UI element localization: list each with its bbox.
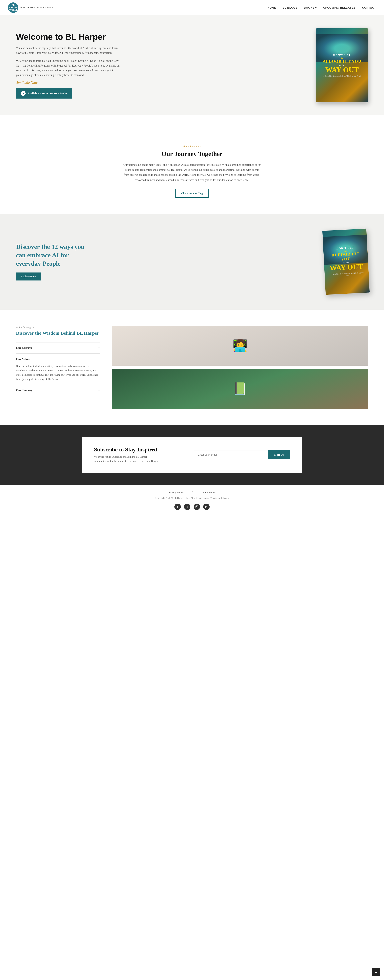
subscribe-description: We invite you to Subscribe and Join the … [94, 455, 158, 463]
logo-area: BLHARPERAUTHOR blharperassociates@gmail.… [8, 2, 53, 13]
hero-title: Welcome to BL Harper [16, 32, 120, 42]
divider-line [192, 131, 192, 143]
book-dont-let: DON'T LET [323, 54, 362, 57]
footer-links: Privacy Policy Cookie Policy [16, 491, 368, 494]
available-label: Available Now [16, 81, 120, 85]
instagram-icon[interactable] [194, 504, 200, 510]
about-description: Our partnership spans many years, and it… [122, 162, 262, 183]
book-title-overlay: DON'T LET the AI DOOR HIT YOU on the WAY… [323, 54, 362, 77]
facebook-icon[interactable]: f [174, 504, 181, 510]
navbar: BLHARPERAUTHOR blharperassociates@gmail.… [0, 0, 384, 15]
amazon-icon: a [21, 91, 25, 96]
person-laptop-icon: 👩‍💻 [233, 339, 248, 353]
hero-text-block: Welcome to BL Harper You can demystify t… [16, 32, 120, 99]
insights-section: Author's Insights Discover the Wisdom Be… [0, 310, 384, 425]
accordion-values-label: Our Values [16, 358, 30, 361]
footer-divider [191, 491, 193, 492]
chevron-down-icon: ▾ [315, 6, 317, 9]
discover-book-overlay: DON'T LET the AI DOOR HIT YOU on the WAY… [326, 245, 366, 278]
cookie-link[interactable]: Cookie Policy [201, 491, 216, 494]
insights-title: Discover the Wisdom Behind BL Harper [16, 331, 100, 336]
insights-left-panel: Author's Insights Discover the Wisdom Be… [16, 326, 100, 396]
accordion-values-header[interactable]: Our Values − [16, 357, 100, 361]
nav-home[interactable]: HOME [268, 6, 276, 9]
nav-blogs[interactable]: BL BLOGS [283, 6, 298, 9]
subscribe-text-block: Subscribe to Stay Inspired We invite you… [94, 446, 158, 463]
svg-point-1 [196, 506, 198, 508]
hero-paragraph-2: We are thrilled to introduce our upcomin… [16, 59, 120, 78]
svg-rect-0 [196, 506, 198, 508]
nav-contact[interactable]: CONTACT [362, 6, 376, 9]
accordion-values[interactable]: Our Values − Our core values include aut… [16, 353, 100, 385]
hero-paragraph-1: You can demystify the mystery that surro… [16, 46, 120, 56]
accordion-journey-label: Our Journey [16, 389, 33, 392]
accordion-mission-icon: + [98, 346, 100, 350]
email-input[interactable] [194, 450, 268, 459]
subscribe-form: Sign Up [194, 450, 290, 459]
blog-button[interactable]: Check out our Blog [175, 189, 209, 198]
accordion-mission-label: Our Mission [16, 346, 32, 350]
accordion-values-icon: − [98, 357, 100, 361]
discover-title: Discover the 12 ways you can embrace AI … [16, 243, 92, 268]
discover-subtitle: 12 Compelling Reasons to Embrace AI for … [327, 271, 366, 278]
insight-image-person: 👩‍💻 [112, 326, 368, 366]
insight-image-book: 📗 [112, 369, 368, 409]
insights-images: 👩‍💻 📗 [112, 326, 368, 409]
nav-email: blharperassociates@gmail.com [21, 6, 53, 9]
hero-section: Welcome to BL Harper You can demystify t… [0, 15, 384, 115]
subscribe-outer: Subscribe to Stay Inspired We invite you… [0, 425, 384, 485]
insights-label: Author's Insights [16, 326, 100, 329]
accordion-mission-header[interactable]: Our Mission + [16, 346, 100, 350]
discover-text-block: Discover the 12 ways you can embrace AI … [16, 243, 92, 280]
logo-icon: BLHARPERAUTHOR [8, 2, 18, 13]
subscribe-box: Subscribe to Stay Inspired We invite you… [82, 437, 302, 473]
nav-links: HOME BL BLOGS BOOKS ▾ UPCOMING RELEASES … [268, 6, 376, 9]
book-ai-door: AI DOOR HIT YOU [323, 59, 362, 64]
signup-button[interactable]: Sign Up [268, 450, 290, 459]
discover-book-cover: DON'T LET the AI DOOR HIT YOU on the WAY… [322, 229, 370, 295]
footer: Privacy Policy Cookie Policy Copyright ©… [0, 485, 384, 516]
book-hands-icon: 📗 [233, 382, 248, 396]
discover-way-out: WAY OUT [327, 263, 366, 272]
copyright-text: Copyright © 2023 BL Harper, LLC. All rig… [16, 496, 368, 500]
explore-book-button[interactable]: Explore Book [16, 272, 41, 280]
privacy-link[interactable]: Privacy Policy [168, 491, 183, 494]
book-the: the [323, 57, 362, 59]
amazon-button[interactable]: a Available Now on Amazon Books [16, 88, 72, 99]
nav-books[interactable]: BOOKS ▾ [304, 6, 317, 9]
amazon-btn-label: Available Now on Amazon Books [28, 92, 67, 95]
about-label: About the Authors [40, 145, 344, 148]
accordion-mission[interactable]: Our Mission + [16, 342, 100, 353]
logo-text: BLHARPERAUTHOR [9, 4, 18, 11]
about-title: Our Journey Together [40, 150, 344, 158]
accordion-values-body: Our core values include authenticity, de… [16, 364, 100, 382]
accordion-journey-header[interactable]: Our Journey + [16, 388, 100, 393]
discover-section: Discover the 12 ways you can embrace AI … [0, 214, 384, 310]
svg-point-2 [197, 506, 198, 506]
twitter-icon[interactable]: t [184, 504, 190, 510]
book-way-out: WAY OUT [323, 66, 362, 73]
nav-upcoming[interactable]: UPCOMING RELEASES [323, 6, 355, 9]
youtube-icon[interactable]: ▶ [203, 504, 210, 510]
subscribe-title: Subscribe to Stay Inspired [94, 446, 158, 453]
accordion-journey-icon: + [98, 388, 100, 393]
about-section: About the Authors Our Journey Together O… [0, 115, 384, 214]
hero-book-cover: DON'T LET the AI DOOR HIT YOU on the WAY… [316, 29, 368, 102]
social-icons: f t ▶ [16, 504, 368, 510]
accordion-journey[interactable]: Our Journey + [16, 385, 100, 396]
book-subtitle: 12 Compelling Reasons to Embrace AI for … [323, 75, 362, 77]
